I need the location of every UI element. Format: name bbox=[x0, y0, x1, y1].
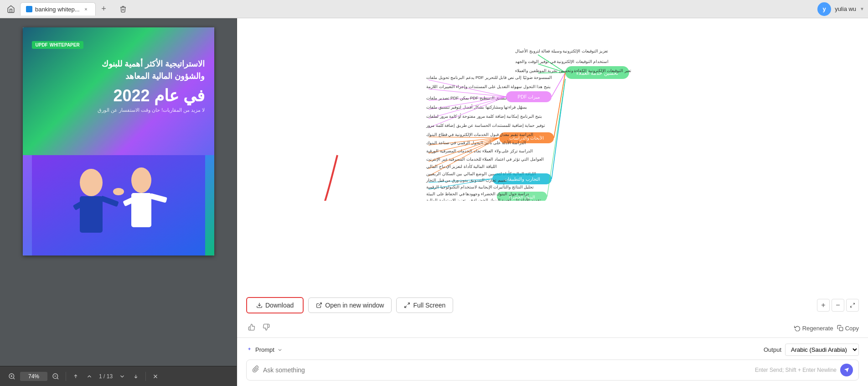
zoom-out-button[interactable] bbox=[49, 371, 62, 382]
zoom-increase-button[interactable]: + bbox=[817, 299, 830, 312]
send-button[interactable] bbox=[840, 364, 853, 376]
page-up-button[interactable] bbox=[83, 371, 95, 381]
current-tab[interactable]: banking whitep... × bbox=[20, 2, 96, 16]
close-pdf-button[interactable] bbox=[150, 371, 161, 381]
page-indicator: 1 / 13 bbox=[97, 373, 114, 380]
tab-close-button[interactable]: × bbox=[83, 5, 90, 13]
username: yulia wu bbox=[835, 5, 856, 12]
output-label: Output bbox=[764, 346, 781, 353]
copy-icon bbox=[837, 325, 843, 331]
ask-hint: Enter Send; Shift + Enter Newline bbox=[755, 367, 837, 373]
pdf-title: الاستراتيجية الأكثر أهمية للبنوك والشؤون… bbox=[102, 58, 205, 83]
tab-bar: banking whitep... × + y yulia wu ▼ bbox=[0, 0, 868, 18]
mindmap-svg: تحسين خدمة العملاء تعزيز التوقيعات الإلك… bbox=[246, 27, 656, 201]
updf-label: UPDF bbox=[36, 42, 48, 47]
regenerate-icon bbox=[794, 325, 801, 331]
pdf-panel: UPDF WHITEPAPER الاستراتيجية الأكثر أهمي… bbox=[0, 18, 237, 386]
trash-button[interactable] bbox=[116, 2, 130, 16]
svg-text:الدراسة تقيم معدل قبول الخدمات: الدراسة تقيم معدل قبول الخدمات الإلكترون… bbox=[426, 132, 533, 137]
output-area: Output Arabic (Saudi Arabia) bbox=[764, 344, 859, 356]
feedback-row: Regenerate Copy bbox=[237, 319, 868, 338]
regenerate-button[interactable]: Regenerate bbox=[794, 325, 833, 332]
fullscreen-button[interactable]: Full Screen bbox=[396, 297, 453, 313]
zoom-controls: + − bbox=[817, 299, 859, 312]
pdf-viewer: UPDF WHITEPAPER الاستراتيجية الأكثر أهمي… bbox=[0, 18, 237, 366]
page-bottom-button[interactable] bbox=[130, 371, 142, 381]
whitepaper-label: WHITEPAPER bbox=[50, 42, 80, 47]
attach-icon bbox=[252, 365, 259, 373]
open-window-button[interactable]: Open in new window bbox=[308, 297, 392, 313]
svg-text:اللياقة المالية كأداة لتعزيز ا: اللياقة المالية كأداة لتعزيز الإدماج الم… bbox=[426, 163, 497, 169]
svg-text:التجارب والتطبيقات: التجارب والتطبيقات bbox=[504, 177, 540, 182]
ask-row: Enter Send; Shift + Enter Newline bbox=[246, 360, 859, 381]
page-current: 1 bbox=[99, 373, 102, 380]
svg-line-48 bbox=[429, 137, 499, 138]
new-tab-button[interactable]: + bbox=[98, 3, 110, 16]
zoom-level[interactable]: 74% bbox=[20, 372, 47, 381]
zoom-in-button[interactable] bbox=[5, 371, 18, 382]
pdf-year: في عام 2022 bbox=[113, 86, 205, 105]
fullscreen-label: Full Screen bbox=[413, 302, 445, 309]
main-content: UPDF WHITEPAPER الاستراتيجية الأكثر أهمي… bbox=[0, 18, 868, 386]
svg-text:دراسة حول البنوك الخضراء وجهود: دراسة حول البنوك الخضراء وجهودها في الحف… bbox=[426, 192, 529, 197]
zoom-fit-button[interactable] bbox=[846, 299, 859, 312]
prompt-chevron-icon bbox=[277, 347, 283, 353]
svg-point-5 bbox=[131, 167, 151, 193]
page-separator: / bbox=[103, 373, 107, 380]
svg-text:يتيح هذا التحول سهولة التعديل : يتيح هذا التحول سهولة التعديل على المستن… bbox=[426, 84, 551, 89]
svg-point-1 bbox=[80, 169, 103, 196]
prompt-area: Prompt Output Arabic (Saudi Arabia) Ente… bbox=[237, 338, 868, 386]
user-area: y yulia wu ▼ bbox=[817, 2, 864, 16]
download-label: Download bbox=[265, 302, 294, 309]
svg-text:تقييم تجارب التسويق بدون ورق م: تقييم تجارب التسويق بدون ورق من قبل التج… bbox=[426, 178, 507, 183]
svg-line-76 bbox=[405, 306, 407, 308]
download-button[interactable]: Download bbox=[246, 297, 304, 313]
dislike-button[interactable] bbox=[261, 322, 272, 334]
external-link-icon bbox=[316, 302, 322, 308]
pdf-page: UPDF WHITEPAPER الاستراتيجية الأكثر أهمي… bbox=[23, 27, 214, 256]
fullscreen-icon bbox=[404, 302, 410, 308]
svg-text:الدراسة تركز على ولاء العملاء : الدراسة تركز على ولاء العملاء تجاه الخدم… bbox=[426, 149, 533, 154]
like-button[interactable] bbox=[246, 322, 257, 334]
updf-badge: UPDF WHITEPAPER bbox=[32, 41, 83, 49]
zoom-decrease-button[interactable]: − bbox=[832, 299, 844, 312]
regenerate-label: Regenerate bbox=[802, 325, 833, 332]
svg-text:الدراسة الأدلة على تأثير التحو: الدراسة الأدلة على تأثير التحول الرقمي ف… bbox=[426, 140, 526, 146]
copy-button[interactable]: Copy bbox=[837, 325, 859, 332]
pdf-subtitle: لا مزيد من المقاربات! حان وقت الاستفسار … bbox=[98, 107, 205, 113]
svg-line-75 bbox=[408, 303, 410, 305]
pdf-toolbar: 74% 1 / 13 bbox=[0, 366, 237, 386]
attach-button[interactable] bbox=[252, 365, 259, 375]
svg-line-74 bbox=[319, 303, 321, 306]
svg-text:الممسوحة ضوئيًا إلى نص قابل لل: الممسوحة ضوئيًا إلى نص قابل للتحرير PDF … bbox=[426, 75, 552, 80]
avatar[interactable]: y bbox=[817, 2, 831, 16]
svg-text:تقديم الأدلة على أهمية البنوك : تقديم الأدلة على أهمية البنوك الخضراء في… bbox=[426, 197, 541, 201]
svg-line-77 bbox=[853, 303, 855, 305]
mindmap-area: تحسين خدمة العملاء تعزيز التوقيعات الإلك… bbox=[237, 18, 868, 319]
svg-text:تحليل النتائج والتأثيرات الإيج: تحليل النتائج والتأثيرات الإيجابية لاستخ… bbox=[426, 184, 534, 190]
prompt-label-btn[interactable]: Prompt bbox=[246, 346, 283, 353]
svg-text:تعبر التوقيعات الإلكترونية الك: تعبر التوقيعات الإلكترونية الكفاءة وتحسي… bbox=[515, 68, 631, 73]
sparkle-icon bbox=[246, 347, 253, 353]
prompt-header: Prompt Output Arabic (Saudi Arabia) bbox=[246, 344, 859, 356]
page-down-button[interactable] bbox=[116, 371, 128, 381]
tab-title: banking whitep... bbox=[35, 6, 80, 13]
home-button[interactable] bbox=[4, 2, 18, 16]
svg-text:توفير حماية إضافية للمستندات ا: توفير حماية إضافية للمستندات الحساسة عن … bbox=[426, 123, 545, 128]
page-total: 13 bbox=[107, 373, 113, 380]
ai-panel: تحسين خدمة العملاء تعزيز التوقيعات الإلك… bbox=[237, 18, 868, 386]
prompt-text: Prompt bbox=[255, 346, 274, 353]
pdf-cover: UPDF WHITEPAPER الاستراتيجية الأكثر أهمي… bbox=[23, 27, 214, 155]
chevron-down-icon: ▼ bbox=[860, 6, 864, 11]
ask-input[interactable] bbox=[263, 366, 751, 374]
svg-text:العوامل التي تؤثر في اعتماد ال: العوامل التي تؤثر في اعتماد العملاء للخد… bbox=[426, 157, 544, 162]
output-language-select[interactable]: Arabic (Saudi Arabia) bbox=[785, 344, 859, 356]
svg-line-78 bbox=[851, 306, 852, 308]
send-icon bbox=[844, 367, 849, 373]
svg-text:تعزيز التوقيعات الإلكترونية وس: تعزيز التوقيعات الإلكترونية وسيلة فعالة … bbox=[515, 48, 608, 54]
red-arrow-indicator bbox=[321, 155, 337, 201]
svg-text:ميزات PDF: ميزات PDF bbox=[518, 94, 540, 100]
page-top-button[interactable] bbox=[70, 371, 82, 381]
svg-text:استخدام التوقيعات الإلكترونية : استخدام التوقيعات الإلكترونية في توفير ا… bbox=[515, 59, 609, 64]
svg-line-62 bbox=[552, 79, 565, 179]
